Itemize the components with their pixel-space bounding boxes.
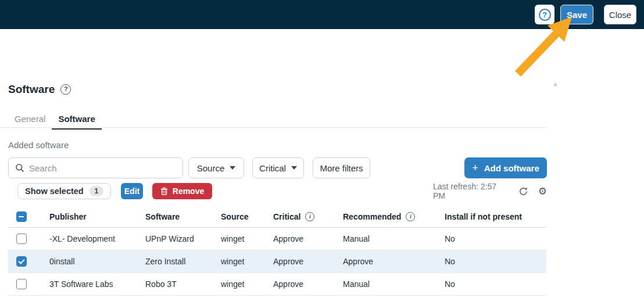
gear-icon: ⚙ — [538, 186, 547, 196]
cell-recommended: Manual — [334, 279, 436, 289]
cell-install: No — [436, 257, 546, 266]
cell-critical: Approve — [264, 257, 334, 266]
col-critical-label: Critical — [273, 212, 300, 221]
source-filter-label: Source — [197, 163, 225, 173]
cell-install: No — [436, 279, 546, 289]
cell-publisher: 0install — [41, 257, 137, 266]
section-label: Added software — [8, 140, 69, 150]
cell-software: Zero Install — [137, 257, 212, 266]
chevron-down-icon — [230, 166, 235, 170]
cell-source: winget — [212, 234, 264, 243]
info-icon[interactable]: i — [305, 212, 314, 221]
tab-divider — [0, 127, 546, 128]
col-recommended: Recommended i — [334, 212, 436, 221]
title-help-icon[interactable]: ? — [60, 84, 71, 95]
row-checkbox[interactable] — [16, 279, 27, 289]
show-selected-button[interactable]: Show selected 1 — [17, 183, 111, 199]
edit-button[interactable]: Edit — [121, 183, 143, 199]
plus-icon: + — [472, 162, 478, 174]
search-box[interactable] — [8, 157, 183, 178]
cell-publisher: 3T Software Labs — [41, 279, 137, 289]
table-row[interactable]: -XL- Development UPnP Wizard winget Appr… — [8, 228, 546, 250]
help-icon: ? — [539, 9, 551, 21]
software-table: Publisher Software Source Critical i Rec… — [8, 206, 546, 296]
remove-label: Remove — [173, 186, 204, 196]
col-software: Software — [137, 212, 212, 221]
select-all-checkbox[interactable] — [16, 211, 27, 222]
row-checkbox[interactable] — [16, 234, 27, 244]
col-publisher: Publisher — [41, 212, 137, 221]
col-install-if-not-present: Install if not present — [436, 212, 546, 221]
page-title: Software — [8, 83, 55, 96]
refresh-icon — [518, 186, 528, 196]
add-software-label: Add software — [484, 163, 539, 173]
selected-count-badge: 1 — [90, 186, 103, 196]
table-row-selected[interactable]: 0install Zero Install winget Approve App… — [8, 250, 546, 273]
critical-filter-dropdown[interactable]: Critical — [252, 157, 304, 178]
col-critical: Critical i — [264, 212, 334, 221]
cell-source: winget — [212, 257, 264, 266]
cell-software: Robo 3T — [137, 279, 212, 289]
source-filter-dropdown[interactable]: Source — [188, 157, 244, 178]
top-action-bar: ? Save Close — [0, 0, 644, 29]
add-software-button[interactable]: + Add software — [464, 157, 547, 178]
table-row[interactable]: 3T Software Labs Robo 3T winget Approve … — [8, 273, 546, 296]
help-button[interactable]: ? — [535, 5, 554, 24]
table-settings-button[interactable]: ⚙ — [538, 186, 547, 196]
scroll-up-icon[interactable]: ▲ — [552, 80, 559, 87]
info-icon[interactable]: i — [406, 212, 415, 221]
cell-recommended: Approve — [334, 257, 436, 266]
remove-button[interactable]: Remove — [152, 183, 212, 199]
cell-software: UPnP Wizard — [137, 234, 212, 243]
cell-recommended: Manual — [334, 234, 436, 243]
col-recommended-label: Recommended — [343, 212, 401, 221]
cell-critical: Approve — [264, 279, 334, 289]
trash-icon — [160, 187, 168, 195]
cell-install: No — [436, 234, 546, 243]
row-checkbox[interactable] — [16, 256, 27, 267]
cell-source: winget — [212, 279, 264, 289]
last-refresh-text: Last refresh: 2:57 PM — [433, 182, 509, 200]
save-button[interactable]: Save — [560, 5, 593, 24]
cell-publisher: -XL- Development — [41, 234, 137, 243]
search-icon — [15, 163, 24, 173]
page-title-row: Software ? — [8, 83, 71, 96]
chevron-down-icon — [291, 166, 297, 170]
more-filters-button[interactable]: More filters — [313, 157, 370, 178]
table-header-row: Publisher Software Source Critical i Rec… — [8, 206, 546, 228]
search-input[interactable] — [29, 163, 169, 173]
critical-filter-label: Critical — [259, 163, 286, 173]
close-button[interactable]: Close — [604, 5, 636, 24]
col-source: Source — [212, 212, 264, 221]
refresh-button[interactable] — [518, 186, 528, 196]
show-selected-label: Show selected — [25, 186, 84, 196]
cell-critical: Approve — [264, 234, 334, 243]
refresh-area: Last refresh: 2:57 PM ⚙ — [433, 183, 547, 199]
